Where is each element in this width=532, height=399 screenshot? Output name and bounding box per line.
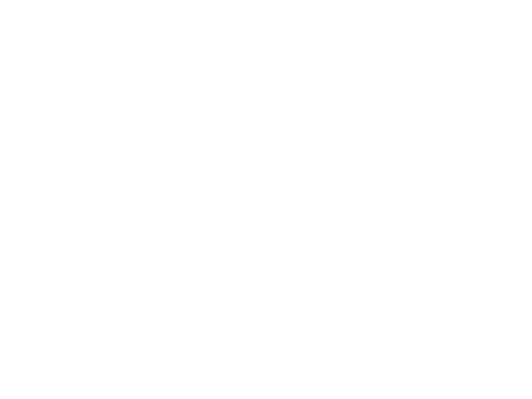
phase-colorbar — [478, 58, 495, 338]
scatter-plot — [0, 0, 532, 399]
ionogram-page — [0, 0, 532, 399]
